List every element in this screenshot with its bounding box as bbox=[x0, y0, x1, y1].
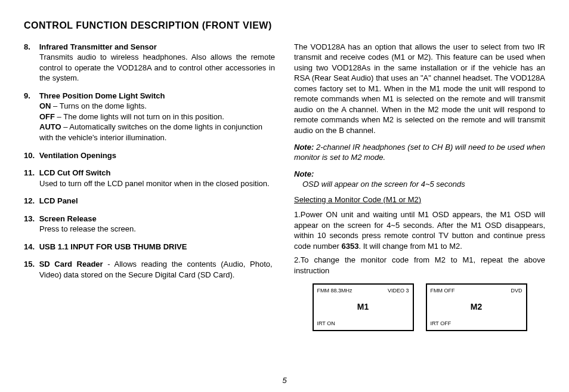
switch-option-off: OFF – The dome lights will not turn on i… bbox=[39, 112, 275, 122]
item-content: Screen Release bbox=[39, 214, 273, 224]
item-body: ON – Turns on the dome lights. OFF – The… bbox=[24, 101, 275, 143]
right-column: The VOD128A has an option that allows th… bbox=[294, 42, 545, 331]
item-number: 8. bbox=[24, 42, 37, 53]
item-body: Press to release the screen. bbox=[24, 224, 275, 234]
item-heading: USB 1.1 INPUT FOR USB THUMB DRIVE bbox=[39, 242, 187, 251]
item-heading: Infrared Transmitter and Sensor bbox=[39, 42, 157, 51]
note-label: Note: bbox=[294, 143, 314, 152]
osd-box-m1: FMM 88.3MHz VIDEO 3 IRT ON M1 bbox=[313, 283, 414, 331]
two-column-layout: 8. Infrared Transmitter and Sensor Trans… bbox=[24, 42, 545, 331]
item-number: 11. bbox=[24, 168, 37, 178]
item-content: USB 1.1 INPUT FOR USB THUMB DRIVE bbox=[39, 242, 273, 252]
switch-option-on: ON – Turns on the dome lights. bbox=[39, 101, 275, 112]
list-item-13: 13. Screen Release Press to release the … bbox=[24, 214, 275, 234]
item-content: Three Position Dome Light Switch bbox=[39, 91, 273, 101]
item-heading: LCD Cut Off Switch bbox=[39, 168, 111, 177]
page-number: 5 bbox=[0, 375, 569, 386]
item-body: Used to turn off the LCD panel monitor w… bbox=[24, 178, 275, 189]
item-heading: Three Position Dome Light Switch bbox=[39, 91, 165, 100]
item-content: LCD Panel bbox=[39, 196, 273, 206]
document-page: CONTROL FUNCTION DESCRIPTION (FRONT VIEW… bbox=[0, 0, 569, 392]
item-number: 13. bbox=[24, 214, 37, 224]
page-title: CONTROL FUNCTION DESCRIPTION (FRONT VIEW… bbox=[24, 19, 545, 32]
sub-heading: Selecting a Monitor Code (M1 or M2) bbox=[294, 195, 545, 205]
switch-option-auto: AUTO – Automatically switches on the dom… bbox=[39, 122, 275, 143]
item-number: 10. bbox=[24, 150, 37, 161]
option-text: – The dome lights will not turn on in th… bbox=[55, 112, 224, 121]
item-heading: Ventilation Openings bbox=[39, 151, 116, 160]
item-heading: LCD Panel bbox=[39, 196, 78, 205]
list-item-10: 10. Ventilation Openings bbox=[24, 150, 275, 161]
step-2: 2.To change the monitor code from M2 to … bbox=[294, 255, 545, 276]
item-content: Ventilation Openings bbox=[39, 150, 273, 161]
item-content: SD Card Reader - Allows reading the cont… bbox=[39, 259, 273, 280]
list-item-15: 15. SD Card Reader - Allows reading the … bbox=[24, 259, 275, 280]
note-text: 2-channel IR headphones (set to CH B) wi… bbox=[294, 143, 545, 162]
option-label: ON bbox=[39, 101, 51, 110]
left-column: 8. Infrared Transmitter and Sensor Trans… bbox=[24, 42, 275, 331]
item-number: 15. bbox=[24, 259, 37, 270]
option-text: – Automatically switches on the dome lig… bbox=[39, 122, 262, 142]
option-text: – Turns on the dome lights. bbox=[51, 101, 147, 110]
osd-center: M2 bbox=[427, 285, 526, 330]
item-body: Transmits audio to wireless headphones. … bbox=[24, 52, 275, 84]
note-1: Note: 2-channel IR headphones (set to CH… bbox=[294, 142, 545, 163]
item-number: 14. bbox=[24, 242, 37, 252]
item-content: Infrared Transmitter and Sensor bbox=[39, 42, 273, 53]
osd-row: FMM 88.3MHz VIDEO 3 IRT ON M1 FMM OFF DV… bbox=[294, 283, 545, 331]
list-item-14: 14. USB 1.1 INPUT FOR USB THUMB DRIVE bbox=[24, 242, 275, 252]
intro-paragraph: The VOD128A has an option that allows th… bbox=[294, 42, 545, 136]
note-label: Note: bbox=[294, 169, 545, 180]
item-number: 9. bbox=[24, 91, 37, 101]
note-text: OSD will appear on the screen for 4~5 se… bbox=[294, 179, 545, 190]
step-text: . It will change from M1 to M2. bbox=[358, 242, 462, 251]
item-number: 12. bbox=[24, 196, 37, 206]
list-item-11: 11. LCD Cut Off Switch Used to turn off … bbox=[24, 168, 275, 189]
item-heading: Screen Release bbox=[39, 214, 97, 223]
osd-center: M1 bbox=[314, 285, 413, 330]
step-code: 6353 bbox=[342, 242, 359, 251]
list-item-8: 8. Infrared Transmitter and Sensor Trans… bbox=[24, 42, 275, 84]
item-heading: SD Card Reader bbox=[39, 260, 103, 268]
step-1: 1.Power ON unit and waiting until M1 OSD… bbox=[294, 209, 545, 251]
note-2: Note: OSD will appear on the screen for … bbox=[294, 169, 545, 190]
osd-box-m2: FMM OFF DVD IRT OFF M2 bbox=[426, 283, 527, 331]
option-label: OFF bbox=[39, 112, 55, 121]
option-label: AUTO bbox=[39, 122, 61, 131]
list-item-9: 9. Three Position Dome Light Switch ON –… bbox=[24, 91, 275, 143]
list-item-12: 12. LCD Panel bbox=[24, 196, 275, 206]
item-content: LCD Cut Off Switch bbox=[39, 168, 273, 178]
steps-list: 1.Power ON unit and waiting until M1 OSD… bbox=[294, 209, 545, 276]
